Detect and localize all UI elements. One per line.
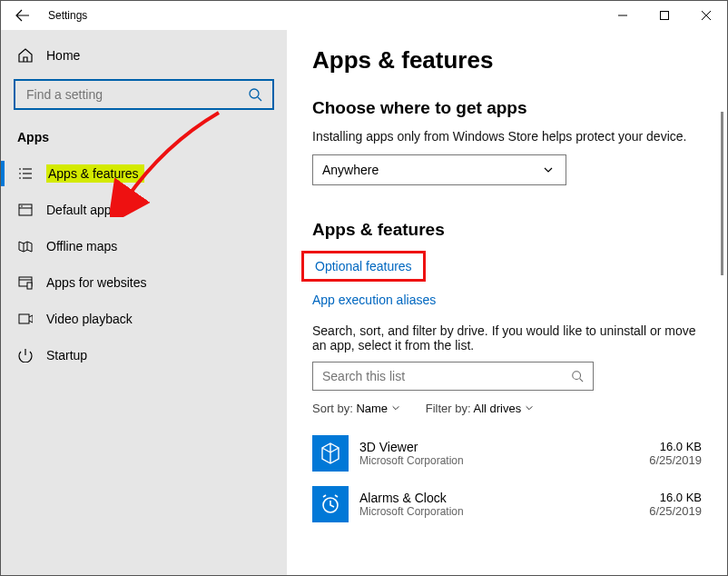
close-button[interactable] — [685, 1, 727, 30]
video-icon — [17, 311, 34, 327]
sidebar-home-label: Home — [46, 48, 80, 63]
titlebar: Settings — [1, 1, 727, 30]
sidebar-item-label: Video playback — [46, 312, 133, 326]
app-list-item[interactable]: 3D Viewer Microsoft Corporation 16.0 KB … — [312, 428, 702, 479]
apps-list-desc: Search, sort, and filter by drive. If yo… — [312, 323, 702, 353]
map-icon — [17, 238, 34, 254]
maximize-icon — [660, 11, 669, 20]
filter-value: All drives — [473, 402, 521, 415]
home-icon — [17, 47, 34, 64]
svg-rect-1 — [661, 12, 669, 20]
app-source-value: Anywhere — [322, 163, 379, 177]
sort-by-control[interactable]: Sort by: Name — [312, 402, 400, 415]
app-icon-alarms-clock — [312, 486, 349, 522]
svg-point-20 — [573, 372, 581, 380]
sidebar-section-title: Apps — [1, 123, 287, 155]
optional-features-link[interactable]: Optional features — [315, 259, 412, 273]
section-choose-help: Installing apps only from Windows Store … — [312, 129, 702, 144]
filter-label: Filter by: — [426, 402, 471, 415]
sidebar-item-video-playback[interactable]: Video playback — [1, 301, 287, 337]
sidebar-item-label: Startup — [46, 348, 87, 362]
chevron-down-icon — [391, 403, 400, 412]
sidebar-search-input[interactable] — [25, 86, 247, 103]
svg-rect-12 — [19, 204, 32, 215]
maximize-button[interactable] — [644, 1, 685, 30]
close-icon — [702, 11, 711, 20]
window-title: Settings — [44, 9, 602, 22]
page-title: Apps & features — [312, 46, 702, 74]
sidebar-item-apps-for-websites[interactable]: Apps for websites — [1, 264, 287, 301]
svg-line-5 — [258, 97, 261, 101]
section-apps-heading: Apps & features — [312, 220, 702, 240]
app-list-item[interactable]: Alarms & Clock Microsoft Corporation 16.… — [312, 479, 702, 530]
list-icon — [17, 165, 34, 182]
startup-icon — [17, 347, 34, 363]
filter-by-control[interactable]: Filter by: All drives — [426, 402, 534, 415]
sidebar-item-label: Apps for websites — [46, 275, 147, 290]
app-icon-3d-viewer — [312, 435, 349, 472]
app-date: 6/25/2019 — [649, 453, 702, 467]
optional-features-highlight: Optional features — [301, 251, 426, 282]
website-icon — [17, 274, 34, 291]
back-button[interactable] — [1, 8, 44, 23]
apps-search-input[interactable] — [320, 368, 569, 384]
sidebar-item-default-apps[interactable]: Default apps — [1, 192, 287, 228]
minimize-icon — [618, 11, 627, 20]
app-size: 16.0 KB — [649, 491, 702, 504]
search-icon — [247, 86, 263, 103]
main-content: Apps & features Choose where to get apps… — [287, 30, 727, 575]
app-date: 6/25/2019 — [649, 504, 702, 518]
sidebar-item-label: Apps & features — [48, 166, 139, 181]
sidebar-item-startup[interactable]: Startup — [1, 337, 287, 373]
svg-rect-17 — [27, 283, 32, 289]
sort-value: Name — [356, 402, 388, 415]
sidebar-item-label: Default apps — [46, 203, 118, 217]
sidebar-item-label: Offline maps — [46, 239, 117, 253]
clock-icon — [319, 492, 342, 516]
minimize-button[interactable] — [602, 1, 644, 30]
chevron-down-icon — [525, 403, 534, 412]
svg-rect-18 — [19, 314, 29, 323]
sidebar-search[interactable] — [14, 79, 274, 110]
back-arrow-icon — [15, 8, 30, 23]
defaults-icon — [17, 202, 34, 218]
cube-icon — [319, 442, 342, 465]
app-size: 16.0 KB — [649, 440, 702, 453]
app-source-select[interactable]: Anywhere — [312, 154, 566, 185]
svg-point-14 — [21, 205, 23, 207]
sidebar: Home Apps Apps & features Default ap — [1, 30, 287, 575]
app-publisher: Microsoft Corporation — [359, 505, 638, 518]
settings-window: Settings Home Apps — [0, 0, 728, 576]
svg-point-4 — [250, 89, 259, 98]
app-execution-aliases-link[interactable]: App execution aliases — [312, 293, 436, 307]
svg-line-21 — [580, 379, 584, 382]
app-name: 3D Viewer — [359, 440, 638, 454]
app-publisher: Microsoft Corporation — [359, 454, 638, 467]
sidebar-item-offline-maps[interactable]: Offline maps — [1, 228, 287, 264]
app-name: Alarms & Clock — [359, 491, 638, 505]
scrollbar[interactable] — [721, 112, 723, 275]
chevron-down-icon — [540, 162, 556, 178]
search-icon — [569, 368, 585, 384]
window-body: Home Apps Apps & features Default ap — [1, 30, 727, 575]
apps-search[interactable] — [312, 362, 594, 391]
sort-filter-row: Sort by: Name Filter by: All drives — [312, 402, 702, 415]
sidebar-item-apps-features[interactable]: Apps & features — [1, 155, 287, 192]
section-choose-heading: Choose where to get apps — [312, 98, 702, 118]
sort-label: Sort by: — [312, 402, 353, 415]
sidebar-home[interactable]: Home — [1, 37, 287, 74]
